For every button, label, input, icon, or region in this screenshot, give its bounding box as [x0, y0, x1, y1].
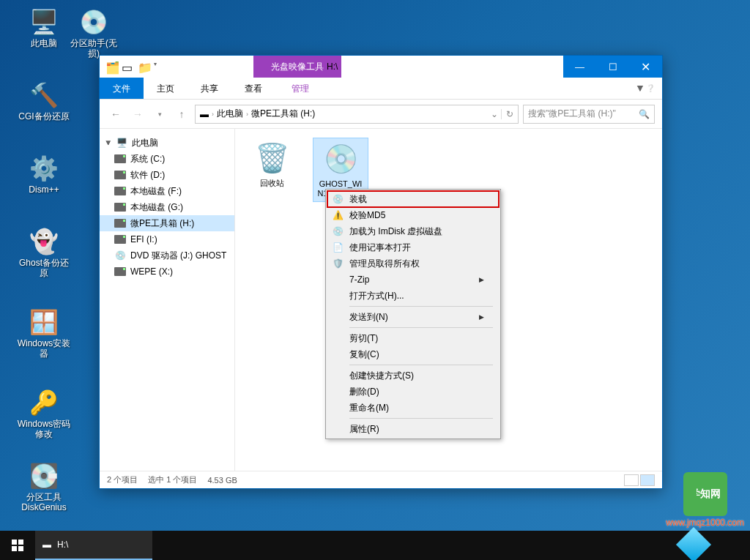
qat-properties-icon[interactable]: ▭ — [122, 61, 133, 72]
ghost-iso-icon: 💿 — [323, 141, 358, 176]
menu-item[interactable]: ⚠️校验MD5 — [327, 207, 499, 223]
status-count: 2 个项目 — [107, 474, 138, 485]
drive-icon — [114, 153, 126, 165]
menu-item[interactable]: 💿装载 — [327, 191, 499, 207]
menu-item[interactable]: 打开方式(H)... — [327, 288, 499, 304]
sidebar-item-drive[interactable]: 微PE工具箱 (H:) — [100, 215, 234, 231]
menu-item-icon: 📄 — [332, 242, 344, 253]
qat-newfolder-icon[interactable]: 📁 — [138, 61, 149, 72]
menu-item-label: 加载为 ImDisk 虚拟磁盘 — [349, 225, 442, 238]
desktop-icon-label: Windows密码修改 — [16, 419, 72, 439]
menu-item-label: 属性(R) — [349, 423, 379, 436]
menu-item[interactable]: 📄使用记事本打开 — [327, 239, 499, 255]
up-button[interactable]: ↑ — [173, 105, 190, 123]
file-item-recycle-bin[interactable]: 🗑️回收站 — [244, 138, 300, 191]
diskgenius-icon: 💽 — [29, 461, 59, 490]
qat-dropdown-icon[interactable]: ▾ — [154, 61, 166, 72]
breadcrumb-segment[interactable]: 微PE工具箱 (H:) — [251, 108, 315, 120]
menu-item[interactable]: 属性(R) — [327, 421, 499, 437]
menu-item-icon: 🛡️ — [332, 258, 344, 269]
ribbon-tab-home[interactable]: 主页 — [144, 78, 188, 99]
menu-item-icon: 💿 — [332, 225, 344, 237]
desktop-icon-partition-assistant[interactable]: 💿分区助手(无损) — [66, 7, 122, 59]
menu-item[interactable]: 重命名(M) — [327, 400, 499, 416]
svg-rect-0 — [12, 540, 17, 545]
back-button[interactable]: ← — [107, 105, 125, 123]
address-bar: ← → ▾ ↑ ▬ › 此电脑 › 微PE工具箱 (H:) ⌄ ↻ 搜索"微PE… — [100, 100, 662, 129]
ribbon-tab-view[interactable]: 查看 — [231, 78, 275, 99]
ribbon-tab-file[interactable]: 文件 — [100, 78, 144, 99]
view-details-button[interactable] — [624, 474, 639, 486]
svg-rect-1 — [18, 540, 23, 545]
search-icon[interactable]: 🔍 — [639, 109, 650, 119]
breadcrumb-segment[interactable]: 此电脑 — [217, 108, 243, 120]
drive-icon — [114, 217, 126, 229]
search-placeholder: 搜索"微PE工具箱 (H:)" — [528, 108, 616, 120]
cgi-backup-icon: 🔨 — [29, 81, 59, 110]
windows-logo-icon — [12, 540, 23, 551]
windows-password-icon: 🔑 — [29, 388, 59, 417]
desktop-icon-label: 此电脑 — [16, 38, 72, 48]
drive-icon — [114, 234, 126, 245]
refresh-icon[interactable]: ↻ — [501, 109, 513, 119]
sidebar-item-drive[interactable]: 本地磁盘 (F:) — [100, 183, 234, 199]
menu-item[interactable]: 创建快捷方式(S) — [327, 367, 499, 384]
menu-item[interactable]: 复制(C) — [327, 346, 499, 362]
sidebar-item-drive[interactable]: 💿DVD 驱动器 (J:) GHOST — [100, 247, 234, 264]
menu-item[interactable]: 删除(D) — [327, 384, 499, 400]
dism-icon: ⚙️ — [29, 154, 59, 183]
forward-button[interactable]: → — [129, 105, 146, 123]
sidebar-item-drive[interactable]: 软件 (D:) — [100, 167, 234, 183]
menu-item[interactable]: 7-Zip▶ — [327, 272, 499, 288]
breadcrumb[interactable]: ▬ › 此电脑 › 微PE工具箱 (H:) ⌄ ↻ — [195, 105, 519, 124]
menu-item[interactable]: 剪切(T) — [327, 330, 499, 346]
desktop-icon-dism[interactable]: ⚙️Dism++ — [16, 154, 72, 195]
menu-item[interactable]: 发送到(N)▶ — [327, 309, 499, 325]
desktop-icon-cgi-backup[interactable]: 🔨CGI备份还原 — [16, 81, 72, 122]
explorer-icon: 🗂️ — [105, 61, 117, 72]
sidebar-item-drive[interactable]: 系统 (C:) — [100, 151, 234, 167]
sidebar-item-drive[interactable]: 本地磁盘 (G:) — [100, 199, 234, 215]
close-button[interactable]: ✕ — [629, 56, 662, 78]
maximize-button[interactable]: ☐ — [596, 56, 629, 78]
recent-locations-icon[interactable]: ▾ — [151, 105, 168, 123]
menu-item-label: 重命名(M) — [349, 402, 389, 414]
desktop-icon-windows-installer[interactable]: 🪟Windows安装器 — [16, 307, 72, 359]
taskbar-item-explorer[interactable]: ▬ H:\ — [35, 531, 152, 560]
ribbon-expand-icon[interactable]: ⯆ ❔ — [629, 78, 662, 99]
status-size: 4.53 GB — [207, 476, 237, 485]
desktop-icon-diskgenius[interactable]: 💽分区工具DiskGenius — [16, 461, 72, 512]
drive-icon — [114, 266, 126, 277]
menu-separator — [349, 306, 493, 307]
watermark: 学知网 www.jmqz1000.com — [666, 472, 744, 528]
taskbar-item-label: H:\ — [57, 540, 68, 550]
drive-icon — [114, 185, 126, 197]
ribbon-tab-manage[interactable]: 管理 — [278, 78, 322, 99]
search-input[interactable]: 搜索"微PE工具箱 (H:)" 🔍 — [523, 105, 655, 124]
sidebar-item-label: 系统 (C:) — [130, 153, 165, 165]
desktop-icon-windows-password[interactable]: 🔑Windows密码修改 — [16, 388, 72, 439]
titlebar[interactable]: 🗂️ ▭ 📁 ▾ 光盘映像工具 H:\ — ☐ ✕ — [100, 56, 662, 78]
status-bar: 2 个项目 选中 1 个项目 4.53 GB — [100, 471, 662, 488]
menu-item[interactable]: 💿加载为 ImDisk 虚拟磁盘 — [327, 223, 499, 239]
desktop-icon-this-pc[interactable]: 🖥️此电脑 — [16, 7, 72, 48]
ribbon-tab-share[interactable]: 共享 — [188, 78, 231, 99]
ghost-backup-icon: 👻 — [29, 227, 59, 256]
view-icons-button[interactable] — [640, 474, 655, 486]
desktop-icon-ghost-backup[interactable]: 👻Ghost备份还原 — [16, 227, 72, 278]
drive-icon: ▬ — [200, 109, 209, 119]
menu-item-label: 装载 — [349, 193, 367, 206]
menu-item[interactable]: 🛡️管理员取得所有权 — [327, 255, 499, 272]
svg-rect-2 — [12, 546, 17, 551]
minimize-button[interactable]: — — [563, 56, 596, 78]
sidebar-item-drive[interactable]: EFI (I:) — [100, 231, 234, 247]
start-button[interactable] — [0, 531, 35, 560]
chevron-right-icon[interactable]: › — [212, 111, 214, 118]
menu-separator — [349, 418, 493, 419]
svg-rect-3 — [18, 546, 23, 551]
sidebar-item-drive[interactable]: WEPE (X:) — [100, 264, 234, 280]
dropdown-icon[interactable]: ⌄ — [491, 109, 498, 119]
collapse-icon[interactable]: ⯆ — [105, 140, 111, 146]
sidebar-item-this-pc[interactable]: ⯆ 🖥️ 此电脑 — [100, 135, 234, 151]
chevron-right-icon[interactable]: › — [246, 111, 248, 118]
